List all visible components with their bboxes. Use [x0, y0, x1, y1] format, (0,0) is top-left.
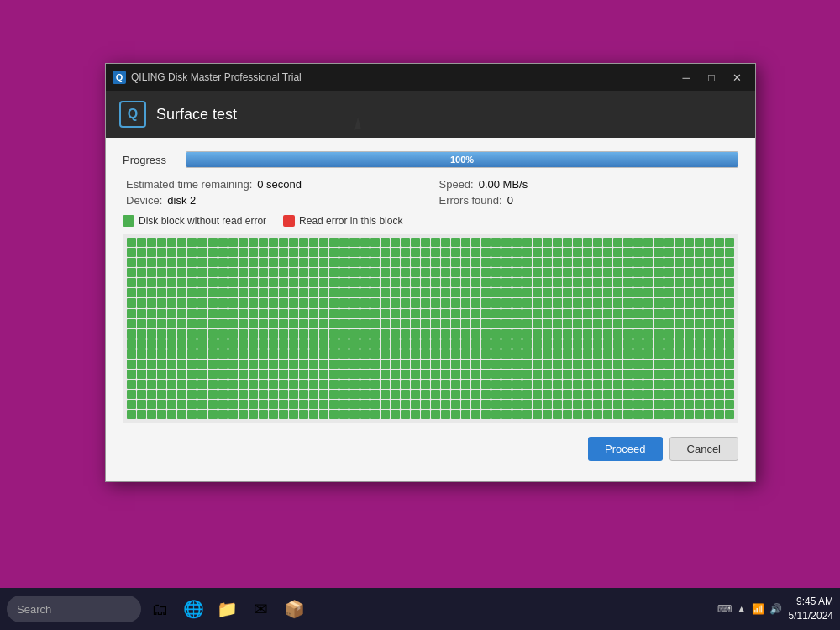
block-cell	[603, 238, 612, 247]
block-cell	[289, 370, 298, 379]
taskbar-search[interactable]: Search	[7, 596, 141, 622]
block-cell	[491, 238, 501, 247]
close-button[interactable]: ✕	[725, 68, 748, 87]
block-cell	[339, 309, 349, 318]
estimated-time-label: Estimated time remaining:	[126, 178, 252, 191]
taskbar-icon-email[interactable]: ✉	[245, 594, 276, 624]
block-cell	[613, 309, 622, 318]
ok-color-swatch	[123, 215, 134, 227]
block-cell	[695, 248, 704, 257]
block-cell	[725, 298, 734, 307]
taskbar-icon-file-explorer[interactable]: 🗂	[144, 594, 175, 624]
block-cell	[259, 400, 268, 409]
block-cell	[543, 309, 552, 318]
cancel-button[interactable]: Cancel	[669, 437, 738, 461]
block-cell	[623, 349, 633, 359]
block-cell	[471, 349, 480, 359]
block-cell	[329, 278, 339, 287]
block-cell	[715, 268, 724, 277]
block-cell	[623, 380, 633, 389]
block-cell	[360, 298, 370, 307]
block-cell	[481, 349, 491, 359]
block-cell	[501, 410, 511, 419]
block-cell	[664, 288, 674, 297]
taskbar-icon-folder[interactable]: 📁	[212, 594, 242, 624]
block-cell	[491, 349, 501, 359]
block-cell	[461, 349, 470, 359]
block-cell	[685, 339, 694, 349]
block-cell	[228, 360, 238, 369]
block-cell	[643, 248, 653, 257]
block-cell	[451, 370, 460, 379]
block-cell	[309, 380, 318, 389]
block-cell	[329, 298, 339, 307]
block-cell	[381, 278, 390, 287]
block-cell	[461, 278, 470, 287]
block-cell	[654, 390, 663, 399]
block-cell	[451, 248, 460, 257]
block-cell	[664, 349, 674, 359]
proceed-button[interactable]: Proceed	[588, 437, 662, 461]
block-cell	[401, 339, 410, 349]
block-cell	[177, 288, 186, 297]
block-cell	[501, 248, 511, 257]
content-area: Progress 100% Estimated time remaining: …	[106, 138, 755, 481]
block-cell	[177, 329, 186, 339]
block-cell	[685, 319, 694, 328]
block-cell	[512, 258, 522, 267]
block-cell	[603, 319, 612, 328]
block-cell	[218, 278, 228, 287]
maximize-button[interactable]: □	[700, 68, 723, 87]
block-cell	[593, 349, 602, 359]
block-cell	[411, 400, 420, 409]
block-cell	[461, 319, 470, 328]
title-bar-left: Q QILING Disk Master Professional Trial	[113, 71, 302, 84]
taskbar-clock[interactable]: 9:45 AM 5/11/2024	[789, 595, 833, 623]
taskbar-icon-qiling[interactable]: 📦	[279, 594, 309, 624]
block-cell	[431, 400, 440, 409]
block-cell	[177, 248, 186, 257]
block-cell	[613, 248, 622, 257]
block-cell	[533, 268, 542, 277]
block-cell	[391, 400, 400, 409]
block-cell	[623, 258, 633, 267]
minimize-button[interactable]: ─	[675, 68, 698, 87]
taskbar-icon-edge[interactable]: 🌐	[178, 594, 208, 624]
block-cell	[583, 380, 592, 389]
block-cell	[441, 278, 450, 287]
block-cell	[339, 268, 349, 277]
block-cell	[553, 278, 562, 287]
block-cell	[259, 258, 268, 267]
block-cell	[289, 309, 298, 318]
block-cell	[512, 238, 522, 247]
block-cell	[623, 400, 633, 409]
block-cell	[339, 238, 349, 247]
block-cell	[218, 298, 228, 307]
block-cell	[157, 410, 166, 419]
block-cell	[401, 278, 410, 287]
block-cell	[360, 248, 370, 257]
block-cell	[339, 390, 349, 399]
errors-label: Errors found:	[439, 194, 502, 207]
block-cell	[533, 319, 542, 328]
block-cell	[177, 238, 186, 247]
block-cell	[491, 370, 501, 379]
block-cell	[533, 278, 542, 287]
clock-date: 5/11/2024	[789, 609, 833, 623]
block-cell	[187, 329, 197, 339]
block-cell	[127, 278, 136, 287]
block-cell	[208, 339, 218, 349]
block-cell	[319, 238, 328, 247]
block-cell	[603, 410, 612, 419]
block-cell	[137, 360, 146, 369]
taskbar-right: ⌨ ▲ 📶 🔊 9:45 AM 5/11/2024	[717, 595, 833, 623]
block-cell	[431, 288, 440, 297]
block-cell	[309, 248, 318, 257]
block-cell	[583, 400, 592, 409]
block-cell	[654, 339, 663, 349]
block-cell	[441, 360, 450, 369]
block-cell	[603, 309, 612, 318]
block-cell	[695, 278, 704, 287]
block-cell	[187, 278, 197, 287]
block-cell	[329, 370, 339, 379]
